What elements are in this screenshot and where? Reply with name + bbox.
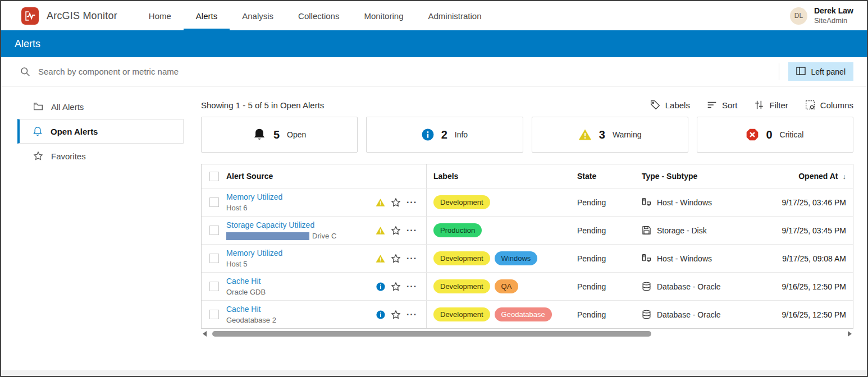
left-panel-button[interactable]: Left panel bbox=[788, 62, 854, 81]
labels-button[interactable]: Labels bbox=[650, 100, 690, 110]
action-label: Sort bbox=[722, 100, 738, 110]
state-value: Pending bbox=[577, 226, 606, 235]
label-pill: Development bbox=[433, 195, 490, 209]
nav-item-home[interactable]: Home bbox=[136, 1, 184, 30]
tag-icon bbox=[650, 100, 660, 110]
row-actions-ellipsis[interactable]: ··· bbox=[406, 254, 417, 263]
favorite-star-icon[interactable] bbox=[391, 197, 401, 208]
type-subtype-value: Database - Oracle bbox=[657, 310, 721, 319]
scrollbar-thumb[interactable] bbox=[212, 331, 651, 337]
opened-at-value: 9/16/25, 12:50 PM bbox=[782, 310, 846, 319]
stat-cards: 5 Open 2 Info 3 Warning 0 Critical bbox=[201, 117, 853, 153]
opened-at-value: 9/16/25, 12:50 PM bbox=[782, 282, 846, 291]
row-actions-ellipsis[interactable]: ··· bbox=[406, 226, 417, 235]
stat-card-open[interactable]: 5 Open bbox=[201, 117, 358, 153]
col-header-alert-source[interactable]: Alert Source bbox=[226, 172, 273, 181]
row-checkbox[interactable] bbox=[209, 282, 219, 291]
sidebar-item-all-alerts[interactable]: All Alerts bbox=[17, 94, 184, 119]
table-row: Memory Utilized Host 6 ··· Development P… bbox=[202, 188, 853, 216]
main-panel: Showing 1 - 5 of 5 in Open Alerts Labels… bbox=[201, 86, 867, 370]
list-toolbar: Showing 1 - 5 of 5 in Open Alerts Labels… bbox=[201, 96, 853, 113]
alert-sub-label: Host 5 bbox=[226, 260, 248, 268]
col-header-state[interactable]: State bbox=[577, 172, 596, 181]
row-checkbox[interactable] bbox=[209, 310, 219, 319]
sort-icon bbox=[707, 100, 717, 110]
left-panel-icon bbox=[796, 67, 806, 77]
state-value: Pending bbox=[577, 282, 606, 291]
favorite-star-icon[interactable] bbox=[391, 254, 401, 264]
stat-label: Warning bbox=[613, 130, 642, 139]
sidebar-item-favorites[interactable]: Favorites bbox=[17, 144, 184, 168]
stat-card-warning[interactable]: 3 Warning bbox=[532, 117, 688, 153]
type-subtype-value: Host - Windows bbox=[657, 254, 712, 263]
scrollbar-track[interactable] bbox=[209, 331, 846, 337]
page-title: Alerts bbox=[15, 38, 40, 50]
host-icon bbox=[642, 197, 651, 207]
row-actions-ellipsis[interactable]: ··· bbox=[406, 310, 417, 319]
labels-cell: DevelopmentWindows bbox=[427, 245, 570, 272]
nav-item-monitoring[interactable]: Monitoring bbox=[351, 1, 415, 30]
filter-button[interactable]: Filter bbox=[754, 100, 788, 110]
opened-at-value: 9/17/25, 03:45 PM bbox=[782, 226, 846, 235]
showing-text: Showing 1 - 5 of 5 in Open Alerts bbox=[201, 100, 324, 110]
sidebar-item-label: All Alerts bbox=[51, 102, 84, 112]
sidebar-item-label: Open Alerts bbox=[51, 127, 98, 136]
columns-button[interactable]: Columns bbox=[805, 100, 853, 110]
stat-label: Critical bbox=[780, 130, 804, 139]
favorite-star-icon[interactable] bbox=[391, 226, 401, 236]
alert-source-link[interactable]: Cache Hit bbox=[226, 276, 376, 286]
scroll-right-arrow[interactable] bbox=[848, 331, 852, 337]
nav-item-alerts[interactable]: Alerts bbox=[184, 1, 230, 30]
search-icon bbox=[20, 67, 30, 77]
footer-strip bbox=[1, 370, 867, 376]
state-value: Pending bbox=[577, 310, 606, 319]
row-checkbox[interactable] bbox=[209, 197, 219, 207]
sidebar-item-open-alerts[interactable]: Open Alerts bbox=[17, 119, 184, 144]
stat-card-critical[interactable]: 0 Critical bbox=[697, 117, 853, 153]
user-name: Derek Law bbox=[814, 6, 853, 16]
columns-icon bbox=[805, 100, 815, 110]
label-pill: Production bbox=[433, 223, 482, 237]
alert-source-link[interactable]: Storage Capacity Utilized bbox=[226, 220, 376, 230]
search-input[interactable] bbox=[38, 67, 779, 76]
stat-count: 5 bbox=[273, 128, 280, 141]
scroll-left-arrow[interactable] bbox=[203, 331, 207, 337]
action-label: Filter bbox=[769, 100, 788, 110]
stat-card-info[interactable]: 2 Info bbox=[366, 117, 523, 153]
nav-item-collections[interactable]: Collections bbox=[286, 1, 351, 30]
alert-sub-label: Geodatabase 2 bbox=[226, 316, 276, 324]
alert-source-link[interactable]: Memory Utilized bbox=[226, 192, 376, 202]
bell-icon bbox=[33, 126, 43, 136]
favorite-star-icon[interactable] bbox=[391, 282, 401, 292]
labels-cell: Production bbox=[427, 217, 570, 244]
col-header-type-subtype[interactable]: Type - Subtype bbox=[642, 172, 697, 181]
alert-source-link[interactable]: Memory Utilized bbox=[226, 248, 376, 258]
sort-button[interactable]: Sort bbox=[707, 100, 738, 110]
row-actions-ellipsis[interactable]: ··· bbox=[406, 198, 417, 207]
col-header-opened-at[interactable]: Opened At bbox=[798, 172, 838, 181]
state-value: Pending bbox=[577, 198, 606, 207]
col-header-labels[interactable]: Labels bbox=[433, 172, 458, 181]
nav-menu: HomeAlertsAnalysisCollectionsMonitoringA… bbox=[136, 1, 494, 30]
sidebar: All Alerts Open Alerts Favorites bbox=[1, 86, 201, 370]
nav-item-analysis[interactable]: Analysis bbox=[230, 1, 286, 30]
stat-label: Open bbox=[287, 130, 306, 139]
stat-count: 2 bbox=[441, 128, 447, 141]
alert-source-link[interactable]: Cache Hit bbox=[226, 304, 376, 314]
select-all-checkbox[interactable] bbox=[209, 172, 219, 181]
nav-item-administration[interactable]: Administration bbox=[415, 1, 494, 30]
favorite-star-icon[interactable] bbox=[391, 310, 401, 320]
critical-icon bbox=[746, 128, 759, 141]
user-menu[interactable]: DL Derek Law SiteAdmin bbox=[790, 1, 853, 30]
row-actions-ellipsis[interactable]: ··· bbox=[406, 282, 417, 291]
left-panel-label: Left panel bbox=[811, 67, 846, 76]
type-subtype-value: Database - Oracle bbox=[657, 282, 721, 291]
labels-cell: DevelopmentGeodatabase bbox=[427, 301, 570, 328]
opened-at-value: 9/17/25, 09:08 AM bbox=[782, 254, 846, 263]
action-label: Columns bbox=[820, 100, 853, 110]
divider bbox=[779, 63, 779, 80]
row-checkbox[interactable] bbox=[209, 254, 219, 263]
label-pill: QA bbox=[495, 279, 519, 293]
row-checkbox[interactable] bbox=[209, 226, 219, 235]
toolbar-actions: Labels Sort Filter Columns bbox=[650, 100, 853, 110]
